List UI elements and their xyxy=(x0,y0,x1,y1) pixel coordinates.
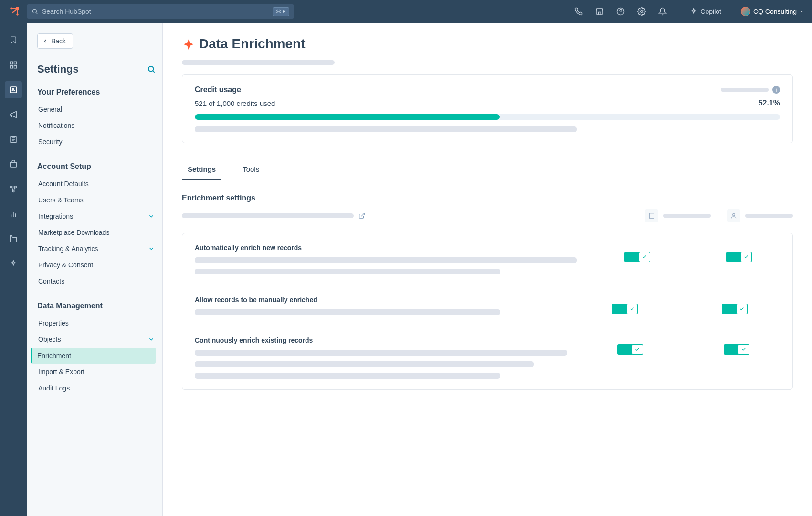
rail-crm-icon[interactable] xyxy=(5,81,22,98)
setting-title: Automatically enrich new records xyxy=(195,244,577,252)
help-icon[interactable] xyxy=(613,4,628,19)
svg-rect-8 xyxy=(10,62,12,64)
toggle-manual-enrich-company[interactable] xyxy=(612,304,638,314)
credit-progress-bar xyxy=(195,114,780,120)
building-icon xyxy=(645,209,658,222)
settings-icon[interactable] xyxy=(634,4,649,19)
sidebar-item-enrichment[interactable]: Enrichment xyxy=(31,348,156,364)
setting-row-manual-enrich: Allow records to be manually enriched xyxy=(195,285,780,326)
sidebar-title: Settings xyxy=(37,63,156,75)
enrichment-tabs: Settings Tools xyxy=(182,158,793,180)
copilot-button[interactable]: Copilot xyxy=(690,8,721,15)
main-content: Data Enrichment Credit usage i 521 of 1,… xyxy=(163,23,812,516)
rail-marketing-icon[interactable] xyxy=(5,106,22,123)
svg-rect-11 xyxy=(14,66,17,68)
skeleton-line xyxy=(721,88,769,92)
sidebar-item-account-defaults[interactable]: Account Defaults xyxy=(37,176,156,192)
toggle-manual-enrich-contact[interactable] xyxy=(722,304,748,314)
avatar xyxy=(741,7,750,16)
sidebar-item-properties[interactable]: Properties xyxy=(37,315,156,331)
rail-reporting-icon[interactable] xyxy=(5,205,22,222)
toggle-auto-enrich-company[interactable] xyxy=(624,252,650,262)
back-button[interactable]: Back xyxy=(37,33,73,49)
setting-title: Continuously enrich existing records xyxy=(195,337,567,344)
sidebar-item-marketplace[interactable]: Marketplace Downloads xyxy=(37,224,156,241)
skeleton-line xyxy=(182,60,335,65)
enrichment-settings-title: Enrichment settings xyxy=(182,194,793,202)
credit-used-text: 521 of 1,000 credits used xyxy=(195,99,275,107)
skeleton-line xyxy=(663,214,711,218)
rail-bookmark-icon[interactable] xyxy=(5,32,22,49)
nav-rail xyxy=(0,23,27,516)
rail-automation-icon[interactable] xyxy=(5,180,22,198)
rail-ai-icon[interactable] xyxy=(5,255,22,272)
skeleton-line xyxy=(182,213,354,218)
skeleton-line xyxy=(195,373,500,379)
svg-point-25 xyxy=(148,66,154,72)
rail-content-icon[interactable] xyxy=(5,131,22,148)
svg-line-26 xyxy=(153,71,155,73)
rail-commerce-icon[interactable] xyxy=(5,156,22,173)
svg-point-33 xyxy=(733,213,735,216)
page-title: Data Enrichment xyxy=(199,36,306,52)
page-header: Data Enrichment xyxy=(182,36,793,52)
sidebar-item-objects[interactable]: Objects xyxy=(37,331,156,348)
nav-section-preferences: Your Preferences xyxy=(37,88,156,96)
svg-rect-28 xyxy=(649,213,654,219)
chevron-left-icon xyxy=(42,38,48,44)
setting-row-continuous-enrich: Continuously enrich existing records xyxy=(195,326,780,389)
sidebar-item-general[interactable]: General xyxy=(37,101,156,117)
sidebar-item-privacy[interactable]: Privacy & Consent xyxy=(37,257,156,273)
setting-title: Allow records to be manually enriched xyxy=(195,296,560,304)
nav-section-data: Data Management xyxy=(37,302,156,310)
external-link-icon[interactable] xyxy=(359,212,365,219)
legend-company xyxy=(645,209,711,222)
tab-tools[interactable]: Tools xyxy=(237,158,265,180)
tab-settings[interactable]: Settings xyxy=(182,158,221,180)
copilot-label: Copilot xyxy=(700,8,721,15)
rail-library-icon[interactable] xyxy=(5,230,22,247)
nav-section-account: Account Setup xyxy=(37,162,156,171)
separator xyxy=(680,6,680,17)
sidebar-item-contacts[interactable]: Contacts xyxy=(37,273,156,289)
sidebar-item-audit-logs[interactable]: Audit Logs xyxy=(37,380,156,396)
svg-line-4 xyxy=(36,13,38,14)
info-icon[interactable]: i xyxy=(772,86,780,94)
credit-percent: 52.1% xyxy=(759,99,780,107)
chevron-down-icon xyxy=(148,336,155,343)
sidebar-item-notifications[interactable]: Notifications xyxy=(37,117,156,134)
phone-icon[interactable] xyxy=(571,4,586,19)
sidebar-item-import-export[interactable]: Import & Export xyxy=(37,364,156,380)
skeleton-line xyxy=(195,309,500,315)
toggle-auto-enrich-contact[interactable] xyxy=(726,252,752,262)
sidebar-item-integrations[interactable]: Integrations xyxy=(37,208,156,224)
chevron-down-icon xyxy=(148,213,155,220)
marketplace-icon[interactable] xyxy=(592,4,607,19)
sidebar-item-security[interactable]: Security xyxy=(37,134,156,150)
chevron-down-icon xyxy=(800,9,804,14)
person-icon xyxy=(727,209,740,222)
enrichment-settings-card: Automatically enrich new records Allow r… xyxy=(182,233,793,390)
account-name: CQ Consulting xyxy=(753,8,797,15)
credit-usage-card: Credit usage i 521 of 1,000 credits used… xyxy=(182,74,793,143)
toggle-continuous-enrich-company[interactable] xyxy=(617,344,643,355)
settings-search-icon[interactable] xyxy=(147,65,156,74)
account-switcher[interactable]: CQ Consulting xyxy=(741,7,804,16)
toggle-continuous-enrich-contact[interactable] xyxy=(724,344,749,355)
skeleton-line xyxy=(195,126,577,132)
separator xyxy=(731,6,731,17)
sidebar-item-tracking[interactable]: Tracking & Analytics xyxy=(37,241,156,257)
svg-point-21 xyxy=(12,190,14,192)
skeleton-line xyxy=(745,214,793,218)
skeleton-line xyxy=(195,350,567,356)
search-icon xyxy=(32,8,38,15)
svg-line-27 xyxy=(361,213,364,216)
svg-point-7 xyxy=(641,11,643,13)
global-search-input[interactable]: Search HubSpot ⌘ K xyxy=(27,4,294,19)
sidebar-item-users-teams[interactable]: Users & Teams xyxy=(37,192,156,208)
rail-apps-icon[interactable] xyxy=(5,56,22,74)
notifications-icon[interactable] xyxy=(655,4,670,19)
skeleton-line xyxy=(195,257,577,263)
hubspot-logo-icon[interactable] xyxy=(8,5,21,18)
skeleton-line xyxy=(195,269,500,274)
